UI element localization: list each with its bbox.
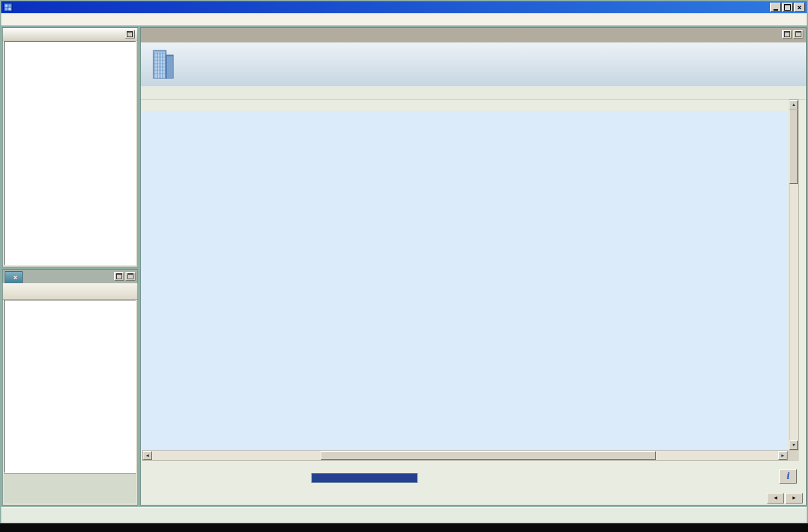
menu-bar: [1, 13, 807, 26]
booking-contents-toolbar: [3, 283, 137, 300]
scrollbar-corner: [788, 450, 799, 461]
interactive-panel: [2, 27, 138, 267]
results-strip: [141, 86, 806, 100]
vertical-scrollbar[interactable]: ▲ ▼: [789, 100, 799, 450]
chips-scroll-left-button[interactable]: ◄: [767, 493, 784, 503]
vertical-scroll-thumb[interactable]: [789, 109, 798, 184]
chips-scroll-right-button[interactable]: ►: [785, 493, 803, 503]
search-progress-bar: [311, 473, 418, 483]
booking-contents-panel: ×: [2, 269, 138, 505]
scroll-left-button[interactable]: ◄: [143, 451, 152, 460]
minimize-icon: [784, 31, 790, 37]
horizontal-scrollbar[interactable]: ◄ ►: [142, 450, 788, 461]
minimize-button[interactable]: [770, 3, 781, 12]
scroll-up-button[interactable]: ▲: [789, 100, 798, 109]
booking-summary: [4, 473, 136, 503]
progress-fill: [312, 474, 417, 482]
results-table: [142, 111, 787, 450]
title-bar: ×: [1, 1, 807, 13]
timing-strip: i: [141, 461, 806, 492]
results-header: [141, 42, 806, 87]
collapse-panel-button[interactable]: [125, 30, 135, 38]
booking-contents-tabbar: ×: [3, 270, 137, 283]
tab-strip: [141, 28, 806, 42]
close-tab-icon[interactable]: ×: [13, 274, 17, 281]
building-icon: [150, 47, 177, 82]
app-icon: [3, 3, 13, 12]
application-window: × ×: [0, 0, 808, 532]
booking-contents-list: [4, 300, 136, 473]
main-panel: ▲ ▼ ◄ ► i ◄ ►: [140, 27, 807, 505]
close-window-button[interactable]: ×: [794, 3, 805, 12]
table-header: [142, 100, 787, 111]
info-button[interactable]: i: [779, 469, 797, 484]
scroll-right-button[interactable]: ►: [778, 451, 787, 460]
float-panel-button[interactable]: [114, 272, 124, 281]
status-bar: [1, 507, 807, 523]
restore-icon: [795, 31, 801, 37]
navigation-tree: [4, 41, 136, 265]
maximize-icon: [784, 4, 791, 11]
panel-header: [3, 28, 137, 40]
restore-icon: [116, 273, 122, 279]
minimize-panel-button[interactable]: [782, 30, 792, 38]
maximize-panel-button[interactable]: [125, 272, 135, 281]
maximize-icon: [127, 273, 133, 279]
desktop-background: [0, 523, 808, 532]
restore-icon: [127, 31, 133, 37]
minimize-icon: [773, 4, 778, 11]
scroll-down-button[interactable]: ▼: [789, 440, 798, 450]
maximize-button[interactable]: [782, 3, 793, 12]
booking-contents-tab[interactable]: ×: [5, 271, 23, 283]
horizontal-scroll-thumb[interactable]: [321, 451, 656, 460]
restore-panel-button[interactable]: [793, 30, 803, 38]
booking-component-chips: [142, 492, 765, 506]
close-icon: ×: [797, 4, 801, 11]
